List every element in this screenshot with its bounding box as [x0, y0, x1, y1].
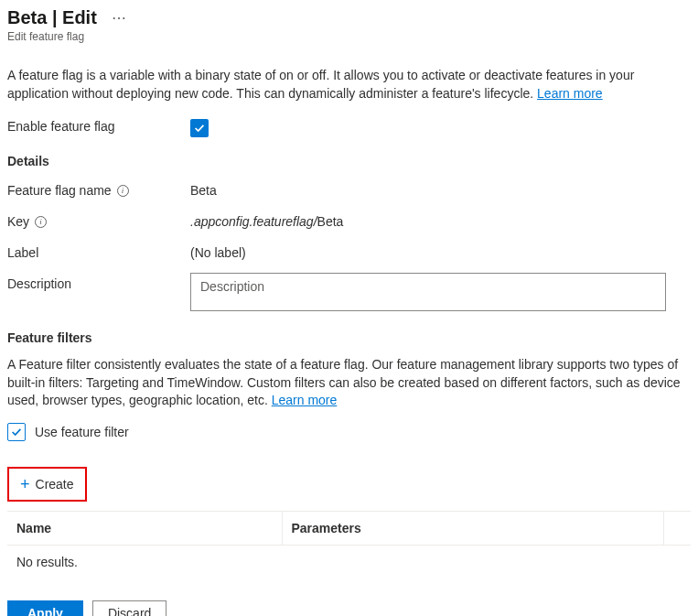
label-value: (No label) [190, 242, 691, 260]
intro-text: A feature flag is a variable with a bina… [7, 67, 691, 103]
key-prefix: .appconfig.featureflag/ [190, 214, 317, 229]
page-title: Beta | Edit [7, 7, 97, 28]
check-icon [10, 426, 23, 438]
col-actions [663, 511, 691, 545]
filters-table: Name Parameters No results. [7, 511, 691, 578]
create-button-label: Create [36, 477, 74, 492]
intro-learn-more-link[interactable]: Learn more [537, 86, 603, 101]
key-value: .appconfig.featureflag/Beta [190, 211, 691, 229]
filters-intro-body: A Feature filter consistently evaluates … [7, 357, 681, 407]
use-filter-label: Use feature filter [35, 425, 129, 439]
check-icon [193, 122, 206, 135]
use-filter-checkbox[interactable] [7, 423, 26, 441]
label-label: Label [7, 242, 190, 260]
enable-flag-checkbox[interactable] [190, 119, 209, 137]
info-icon[interactable]: i [117, 185, 129, 197]
table-row-empty: No results. [7, 545, 691, 578]
plus-icon: + [20, 476, 30, 492]
key-suffix: Beta [317, 214, 344, 229]
no-results: No results. [7, 545, 691, 578]
col-name[interactable]: Name [7, 511, 282, 545]
page-subtitle: Edit feature flag [7, 30, 691, 43]
description-label: Description [7, 273, 190, 291]
create-button[interactable]: + Create [11, 470, 83, 498]
info-icon[interactable]: i [35, 216, 47, 228]
flag-name-value: Beta [190, 179, 691, 198]
enable-flag-label: Enable feature flag [7, 119, 190, 134]
create-button-highlight: + Create [7, 467, 87, 502]
flag-name-label: Feature flag name [7, 183, 112, 198]
filters-heading: Feature filters [7, 330, 691, 345]
filters-learn-more-link[interactable]: Learn more [272, 393, 338, 407]
details-heading: Details [7, 154, 691, 168]
key-label: Key [7, 214, 29, 229]
filters-intro: A Feature filter consistently evaluates … [7, 356, 691, 410]
discard-button[interactable]: Discard [92, 600, 166, 616]
apply-button[interactable]: Apply [7, 600, 83, 616]
more-icon[interactable]: ⋯ [108, 7, 131, 28]
col-parameters[interactable]: Parameters [282, 511, 663, 545]
description-input[interactable] [190, 273, 666, 311]
